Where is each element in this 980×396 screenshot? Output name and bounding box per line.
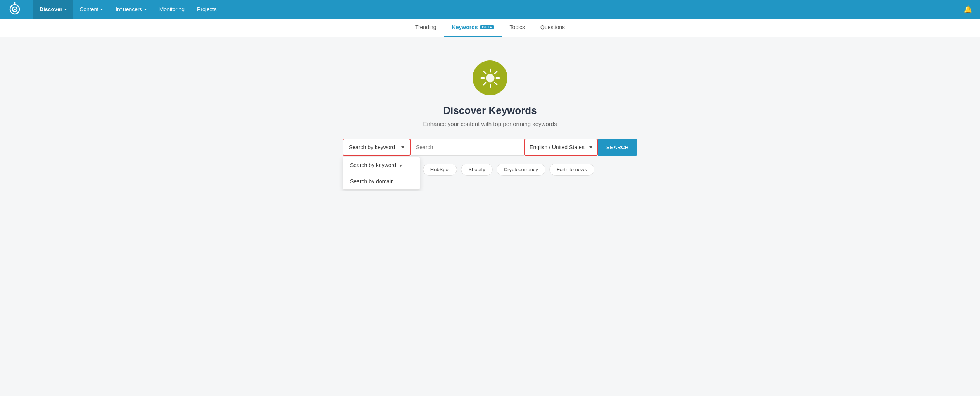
tab-questions[interactable]: Questions (533, 19, 573, 37)
chip-shopify[interactable]: Shopify (461, 164, 492, 176)
svg-line-10 (483, 71, 486, 74)
page-subtitle: Enhance your content with top performing… (423, 121, 557, 127)
search-type-domain-label: Search by domain (350, 178, 394, 184)
locale-chevron-icon (589, 146, 592, 148)
influencers-chevron-icon (144, 9, 147, 10)
svg-line-11 (495, 83, 497, 85)
search-type-option-domain[interactable]: Search by domain (343, 173, 420, 189)
search-type-chevron-icon (401, 146, 404, 148)
tab-topics-label: Topics (509, 24, 525, 30)
topnav-influencers[interactable]: Influencers (109, 0, 153, 19)
topnav-items: Discover Content Influencers Monitoring … (33, 0, 964, 19)
search-button[interactable]: SEARCH (598, 139, 637, 156)
tab-trending-label: Trending (415, 24, 437, 30)
svg-point-5 (486, 74, 494, 82)
chip-hubspot-label: HubSpot (430, 167, 450, 172)
topnav-content-label: Content (79, 6, 98, 12)
app-logo[interactable] (8, 2, 22, 16)
locale-button[interactable]: English / United States (524, 139, 598, 156)
chip-cryptocurrency[interactable]: Cryptocurrency (497, 164, 545, 176)
chip-fortnite-news-label: Fortnite news (557, 167, 587, 172)
tab-keywords[interactable]: Keywords BETA (444, 19, 502, 37)
beta-badge: BETA (480, 25, 494, 29)
topnav-discover[interactable]: Discover (33, 0, 73, 19)
tab-trending[interactable]: Trending (407, 19, 444, 37)
topnav-discover-label: Discover (40, 6, 62, 12)
topnav-monitoring-label: Monitoring (159, 6, 185, 12)
svg-line-13 (483, 83, 486, 85)
notification-bell-icon[interactable]: 🔔 (964, 5, 972, 14)
page-title: Discover Keywords (443, 105, 537, 117)
topnav-projects[interactable]: Projects (191, 0, 223, 19)
svg-line-12 (495, 71, 497, 74)
tab-questions-label: Questions (540, 24, 565, 30)
search-type-dropdown[interactable]: Search by keyword Search by keyword ✓ Se… (343, 139, 411, 156)
locale-label: English / United States (530, 144, 585, 150)
chip-shopify-label: Shopify (468, 167, 485, 172)
topnav-content[interactable]: Content (73, 0, 109, 19)
topnav-monitoring[interactable]: Monitoring (153, 0, 191, 19)
tab-topics[interactable]: Topics (502, 19, 533, 37)
tab-keywords-label: Keywords (452, 24, 478, 30)
search-button-label: SEARCH (606, 145, 629, 150)
topnav-projects-label: Projects (197, 6, 217, 12)
search-type-keyword-label: Search by keyword (350, 162, 396, 168)
check-icon: ✓ (399, 162, 404, 168)
locale-selector[interactable]: English / United States (524, 139, 598, 156)
sun-icon (473, 60, 507, 95)
search-input[interactable] (411, 139, 524, 156)
discover-chevron-icon (64, 9, 67, 10)
chip-cryptocurrency-label: Cryptocurrency (504, 167, 538, 172)
search-type-selected-label: Search by keyword (349, 144, 395, 150)
svg-point-3 (14, 9, 16, 10)
search-type-button[interactable]: Search by keyword (343, 139, 411, 156)
secondary-navigation: Trending Keywords BETA Topics Questions (0, 19, 980, 37)
chip-hubspot[interactable]: HubSpot (423, 164, 457, 176)
content-chevron-icon (100, 9, 103, 10)
topnav-influencers-label: Influencers (116, 6, 142, 12)
top-navigation: Discover Content Influencers Monitoring … (0, 0, 980, 19)
search-bar: Search by keyword Search by keyword ✓ Se… (343, 139, 637, 156)
chip-fortnite-news[interactable]: Fortnite news (549, 164, 594, 176)
main-content: Discover Keywords Enhance your content w… (0, 37, 980, 191)
search-type-option-keyword[interactable]: Search by keyword ✓ (343, 157, 420, 173)
search-type-menu: Search by keyword ✓ Search by domain (343, 157, 420, 190)
